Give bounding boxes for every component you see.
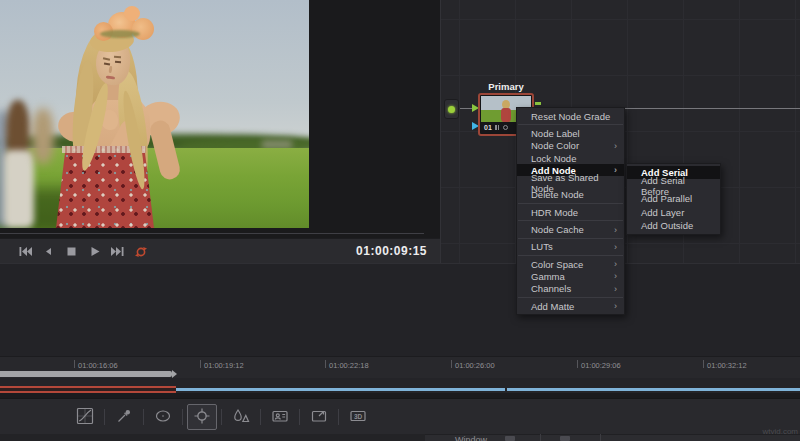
step-backward-icon bbox=[42, 246, 55, 257]
transport-bar: 01:00:09:15 bbox=[0, 238, 440, 263]
play-button[interactable] bbox=[88, 246, 101, 258]
key-button[interactable] bbox=[265, 404, 295, 430]
tracker-button[interactable] bbox=[187, 404, 217, 430]
menu-item-save-as-shared-node[interactable]: Save as Shared Node bbox=[517, 176, 624, 188]
timeline-zoom-scrollbar[interactable] bbox=[0, 371, 172, 377]
menu-item-label: LUTs bbox=[531, 241, 553, 252]
menu-item-node-color[interactable]: Node Color› bbox=[517, 140, 624, 152]
flower-crown bbox=[132, 18, 154, 40]
skip-forward-icon bbox=[111, 246, 124, 257]
menu-separator bbox=[518, 220, 623, 221]
add-node-submenu: Add Serial Add Serial Before Add Paralle… bbox=[626, 163, 721, 235]
node-number: 01 bbox=[484, 124, 492, 131]
sizing-button[interactable] bbox=[304, 404, 334, 430]
node-output-icon[interactable] bbox=[535, 102, 541, 105]
flower-crown bbox=[124, 6, 140, 21]
node-thumbnail-art bbox=[501, 108, 511, 122]
qualifier-picker-button[interactable] bbox=[109, 404, 139, 430]
submenu-item-add-layer[interactable]: Add Layer bbox=[627, 206, 720, 219]
palette-mini-icon[interactable] bbox=[505, 436, 515, 441]
source-node-dot bbox=[448, 106, 455, 113]
palette-title-partial: Window bbox=[455, 435, 487, 441]
menu-item-label: Add Outside bbox=[641, 220, 693, 231]
curves-button[interactable] bbox=[70, 404, 100, 430]
woman-face bbox=[115, 61, 121, 63]
skip-forward-button[interactable] bbox=[111, 246, 124, 258]
transport-buttons bbox=[19, 239, 147, 264]
current-clip-bar[interactable] bbox=[0, 386, 176, 393]
menu-item-lock-node[interactable]: Lock Node bbox=[517, 152, 624, 164]
stereo-3d-icon: 3D bbox=[349, 407, 367, 428]
background-person bbox=[32, 108, 54, 164]
viewer-image bbox=[0, 0, 309, 228]
menu-separator bbox=[518, 238, 623, 239]
skip-backward-icon bbox=[19, 246, 32, 257]
stereo-3d-button[interactable]: 3D bbox=[343, 404, 373, 430]
source-node[interactable] bbox=[444, 99, 459, 119]
menu-item-color-space[interactable]: Color Space› bbox=[517, 258, 624, 270]
gallery-band bbox=[0, 263, 800, 356]
toolbar-divider bbox=[182, 409, 183, 425]
menu-item-luts[interactable]: LUTs› bbox=[517, 241, 624, 253]
menu-separator bbox=[518, 124, 623, 125]
skip-backward-button[interactable] bbox=[19, 246, 32, 258]
menu-item-label: Delete Node bbox=[531, 189, 584, 200]
submenu-arrow-icon: › bbox=[614, 301, 617, 311]
submenu-arrow-icon: › bbox=[614, 284, 617, 294]
menu-item-label: Add Layer bbox=[641, 207, 684, 218]
menu-item-label: HDR Mode bbox=[531, 207, 578, 218]
menu-item-channels[interactable]: Channels› bbox=[517, 283, 624, 295]
ellipse-window-icon bbox=[154, 407, 172, 428]
tracker-crosshair-icon bbox=[193, 407, 211, 428]
toolbar-divider bbox=[299, 409, 300, 425]
blur-button[interactable] bbox=[226, 404, 256, 430]
menu-item-label: Color Space bbox=[531, 259, 583, 270]
palette-header-strip: Window bbox=[0, 434, 800, 441]
submenu-arrow-icon: › bbox=[614, 225, 617, 235]
timeline-ruler[interactable]: 01:00:16:06 01:00:19:12 01:00:22:18 01:0… bbox=[0, 356, 800, 378]
menu-item-node-cache[interactable]: Node Cache› bbox=[517, 223, 624, 235]
menu-item-label: Node Label bbox=[531, 128, 580, 139]
node-tools-icon bbox=[495, 125, 500, 130]
loop-icon bbox=[134, 246, 148, 258]
curves-icon bbox=[76, 407, 94, 428]
menu-item-label: Channels bbox=[531, 283, 571, 294]
submenu-item-add-outside[interactable]: Add Outside bbox=[627, 219, 720, 232]
mini-timeline[interactable] bbox=[0, 378, 800, 398]
timeline-clips-bar[interactable] bbox=[176, 388, 800, 391]
submenu-item-add-serial-before[interactable]: Add Serial Before bbox=[627, 179, 720, 192]
viewer-panel: 01:00:09:15 bbox=[0, 0, 440, 263]
menu-item-hdr-mode[interactable]: HDR Mode bbox=[517, 206, 624, 218]
menu-item-label: Lock Node bbox=[531, 153, 576, 164]
flower-crown bbox=[100, 30, 140, 38]
submenu-arrow-icon: › bbox=[614, 271, 617, 281]
eyedropper-icon bbox=[115, 407, 133, 428]
blur-icon bbox=[232, 407, 250, 428]
menu-item-label: Node Color bbox=[531, 140, 579, 151]
menu-item-gamma[interactable]: Gamma› bbox=[517, 270, 624, 282]
toolbar-divider bbox=[143, 409, 144, 425]
menu-item-label: Add Matte bbox=[531, 301, 574, 312]
power-window-button[interactable] bbox=[148, 404, 178, 430]
toolbar-divider bbox=[104, 409, 105, 425]
submenu-arrow-icon: › bbox=[614, 259, 617, 269]
viewer-timecode: 01:00:09:15 bbox=[356, 239, 427, 264]
palette-mini-icon[interactable] bbox=[560, 436, 570, 441]
loop-button[interactable] bbox=[134, 246, 147, 258]
menu-separator bbox=[518, 297, 623, 298]
step-backward-button[interactable] bbox=[42, 246, 55, 258]
strip-divider bbox=[600, 434, 601, 441]
toolbar-divider bbox=[260, 409, 261, 425]
watermark: wtvid.com bbox=[738, 427, 798, 436]
menu-item-node-label[interactable]: Node Label bbox=[517, 127, 624, 139]
davinci-resolve-color-page: 01:00:09:15 Primary 01 Reset Node Grade bbox=[0, 0, 800, 441]
clip-boundary bbox=[505, 388, 507, 391]
play-icon bbox=[88, 246, 101, 257]
stop-button[interactable] bbox=[65, 246, 78, 258]
jog-bar[interactable] bbox=[0, 233, 424, 234]
menu-item-add-matte[interactable]: Add Matte› bbox=[517, 300, 624, 312]
palette-toolbar: 3D bbox=[0, 398, 800, 434]
menu-item-reset-node-grade[interactable]: Reset Node Grade bbox=[517, 110, 624, 122]
toolbar-divider bbox=[221, 409, 222, 425]
node-cache-icon bbox=[503, 125, 508, 130]
